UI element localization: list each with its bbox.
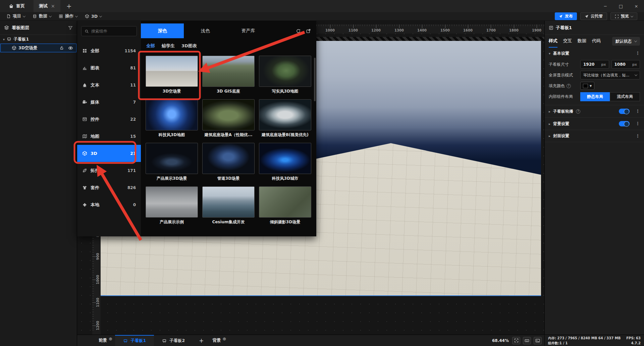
fullscreen-mode-label: 全屏显示模式 — [549, 72, 580, 78]
filter-icon[interactable] — [68, 25, 73, 30]
document-tab[interactable]: 测试 × — [34, 0, 60, 12]
category-widget[interactable]: 控件22 — [77, 111, 141, 128]
inspector-tabs: 样式 交互 数据 代码 默认状态 — [545, 35, 644, 48]
minimize-button[interactable]: − — [598, 0, 613, 12]
card-thumbnail — [259, 186, 311, 218]
publish-button[interactable]: 发布 — [555, 12, 577, 20]
keyboard-icon[interactable] — [523, 337, 531, 344]
component-card-building-base-a[interactable]: 建筑底座场景A（性能优... — [202, 99, 255, 138]
add-background-icon[interactable]: ⊕ — [223, 336, 226, 341]
component-card-cesium-dev[interactable]: Cesium集成开发 — [202, 186, 255, 225]
lock-open-icon[interactable] — [59, 46, 64, 50]
layer-row-selected[interactable]: 3D空场景 — [0, 44, 76, 52]
background-toggle[interactable] — [619, 121, 630, 126]
media-camera-icon — [82, 100, 87, 105]
category-kit[interactable]: 套件826 — [77, 179, 141, 196]
menu-3d[interactable]: 3D — [81, 12, 105, 20]
component-card-tech-3d-city[interactable]: 科技风3D城市 — [259, 143, 311, 181]
height-input[interactable]: 1080px — [611, 60, 640, 69]
fit-screen-icon[interactable] — [512, 337, 520, 344]
fullscreen-mode-row: 全屏显示模式 等比缩放（长边填充，短... — [545, 70, 644, 80]
category-media[interactable]: 媒体7 — [77, 94, 141, 111]
component-card-building-base-b[interactable]: 建筑底座场景B(视觉优先) — [259, 99, 311, 138]
more-icon[interactable]: ⋮ — [636, 134, 640, 138]
category-chart[interactable]: 图表81 — [77, 59, 141, 76]
category-all[interactable]: 全部1154 — [77, 42, 141, 59]
category-text[interactable]: 文本11 — [77, 76, 141, 94]
card-thumbnail — [259, 56, 311, 87]
leaf-icon — [82, 168, 87, 173]
fill-color-picker[interactable]: ▼ — [580, 82, 594, 90]
category-3d[interactable]: 3D21 — [77, 145, 141, 162]
new-tab-button[interactable]: + — [60, 0, 78, 12]
menu-data[interactable]: 数据 — [29, 12, 55, 20]
tab-light-theme[interactable]: 浅色 — [184, 23, 227, 38]
layer-group-row[interactable]: ▾ 子看板1 — [0, 35, 77, 44]
tab-style[interactable]: 样式 — [549, 35, 557, 48]
zoom-level[interactable]: 68.44% — [489, 338, 512, 343]
add-subboard-button[interactable]: + — [193, 335, 210, 346]
search-box[interactable] — [81, 26, 137, 36]
carousel-toggle[interactable] — [619, 109, 630, 114]
menu-project[interactable]: 项目 — [3, 12, 29, 20]
tab-interaction[interactable]: 交互 — [563, 35, 572, 48]
caret-down-icon[interactable]: ▾ — [3, 38, 5, 41]
state-dropdown[interactable]: 默认状态 — [612, 37, 640, 46]
more-icon[interactable]: ⋮ — [636, 110, 640, 113]
layout-static-option[interactable]: 静态布局 — [580, 92, 610, 101]
eye-icon[interactable] — [68, 46, 73, 51]
dropdown-arrow-icon: ▼ — [590, 84, 592, 88]
subtab-3d-chart[interactable]: 3D图表 — [181, 43, 197, 49]
terminal-icon[interactable] — [534, 337, 542, 344]
tab-code[interactable]: 代码 — [592, 35, 601, 48]
component-card-product-3d-scene[interactable]: 产品展示3D场景 — [146, 143, 198, 181]
tab-asset-library[interactable]: 资产库 — [227, 23, 270, 38]
basic-settings-section[interactable]: ▾ 基本设置 ⋮ — [545, 48, 644, 59]
help-icon[interactable]: ? — [576, 109, 580, 114]
component-card-realistic-3d-map[interactable]: 写实风3D地图 — [259, 56, 311, 94]
subtab-whale-twin[interactable]: 鲸孪生 — [162, 43, 175, 49]
category-map[interactable]: 地图15 — [77, 128, 141, 145]
home-tab[interactable]: 首页 — [0, 0, 34, 12]
background-label[interactable]: 背景 ⊕ — [210, 335, 229, 346]
close-window-button[interactable]: × — [629, 0, 644, 12]
inspector-panel: 子看板1 样式 交互 数据 代码 默认状态 ▾ 基本设置 ⋮ 子看板尺寸 192… — [544, 21, 644, 335]
category-local[interactable]: 本地0 — [77, 196, 141, 213]
tab-data[interactable]: 数据 — [578, 35, 586, 48]
component-card-pipeline-3d-scene[interactable]: 管道3D场景 — [202, 143, 255, 181]
foreground-label[interactable]: 前景 ⊕ — [96, 335, 115, 346]
cloud-host-button[interactable]: 云托管 — [580, 12, 607, 20]
carousel-section[interactable]: ▸ 子看板轮播 ? ⋮ — [545, 105, 644, 117]
width-input[interactable]: 1920px — [580, 60, 609, 69]
bar-chart-icon — [82, 65, 87, 70]
close-tab-icon[interactable]: × — [51, 3, 55, 9]
background-section[interactable]: ▸ 背景设置 ⋮ — [545, 117, 644, 130]
open-external-icon[interactable] — [306, 28, 311, 34]
maximize-button[interactable]: □ — [613, 0, 629, 12]
component-card-3d-gis-base[interactable]: 3D GIS底座 — [202, 56, 255, 94]
refresh-icon[interactable] — [296, 28, 301, 34]
subboard-tab-1[interactable]: 子看板1 — [115, 335, 154, 346]
component-card-tech-3d-map[interactable]: 科技风3D地图 — [146, 99, 198, 138]
help-icon[interactable]: ? — [567, 84, 571, 88]
menu-operations[interactable]: 操作 — [55, 12, 81, 20]
add-foreground-icon[interactable]: ⊕ — [109, 336, 112, 341]
home-tab-label: 首页 — [16, 3, 25, 9]
fullscreen-mode-select[interactable]: 等比缩放（长边填充，短... — [580, 71, 640, 79]
component-card-oblique-photo[interactable]: 倾斜摄影3D场景 — [259, 186, 311, 225]
subtab-all[interactable]: 全部 — [146, 43, 155, 49]
component-card-product-demo[interactable]: 产品展示示例 — [146, 186, 198, 225]
tab-dark-theme[interactable]: 深色 — [141, 23, 184, 38]
layout-flow-option[interactable]: 流式布局 — [610, 92, 640, 101]
more-icon[interactable]: ⋮ — [636, 52, 640, 55]
preview-button[interactable]: 预览 — [610, 12, 637, 20]
category-topology[interactable]: 拓扑171 — [77, 162, 141, 179]
subboard-tab-2[interactable]: 子看板2 — [154, 335, 193, 346]
cover-section[interactable]: ▸ 封面设置 ⋮ — [545, 130, 644, 142]
component-card-empty-3d-scene[interactable]: 3D空场景 — [146, 56, 198, 94]
grid-scrollbar[interactable] — [314, 58, 316, 101]
more-icon[interactable]: ⋮ — [636, 122, 640, 125]
send-icon — [585, 14, 589, 18]
grid-icon — [82, 48, 87, 53]
search-input[interactable] — [91, 29, 133, 34]
